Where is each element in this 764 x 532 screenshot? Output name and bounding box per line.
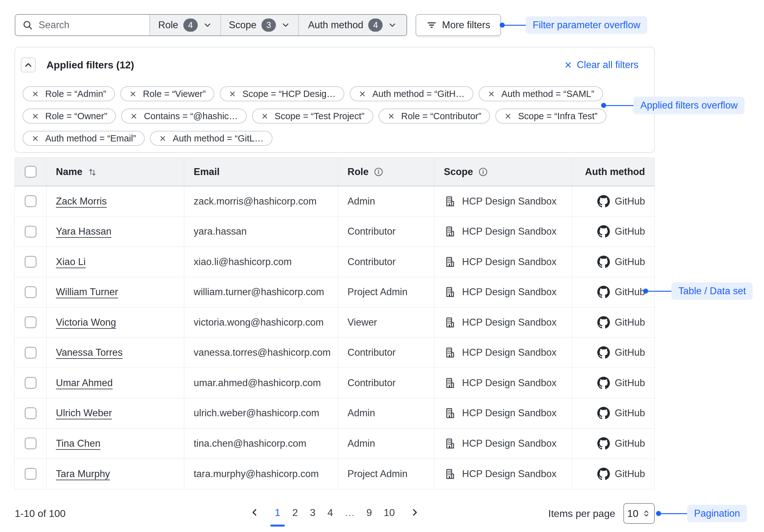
page-number-button[interactable]: 1	[272, 507, 284, 518]
callout-filter-parameter-overflow: Filter parameter overflow	[500, 16, 647, 34]
remove-filter-icon[interactable]	[487, 90, 495, 98]
remove-filter-icon[interactable]	[387, 112, 395, 120]
user-auth-method: GitHub	[615, 256, 645, 268]
previous-page-button[interactable]	[246, 507, 263, 518]
filter-dropdown-scope-label: Scope	[229, 19, 257, 31]
filter-chip[interactable]: Contains = “@hashic…	[121, 108, 246, 124]
row-checkbox[interactable]	[25, 317, 36, 328]
row-checkbox[interactable]	[25, 196, 36, 207]
user-role: Admin	[347, 196, 375, 207]
user-name-link[interactable]: Yara Hassan	[56, 226, 111, 237]
remove-filter-icon[interactable]	[358, 90, 366, 98]
filter-dropdown-auth-method[interactable]: Auth method 4	[298, 15, 407, 36]
search-input[interactable]	[39, 19, 142, 31]
callout-dot	[601, 103, 606, 108]
user-role: Project Admin	[347, 286, 407, 298]
row-checkbox[interactable]	[25, 407, 36, 419]
auth-method-cell: GitHub	[572, 186, 655, 216]
remove-filter-icon[interactable]	[504, 112, 512, 120]
remove-filter-icon[interactable]	[31, 112, 39, 120]
remove-filter-icon[interactable]	[129, 90, 137, 98]
role-cell: Admin	[338, 398, 435, 429]
applied-filters-panel: Applied filters (12) Clear all filters R…	[14, 47, 655, 153]
remove-filter-icon[interactable]	[261, 112, 269, 120]
next-page-button[interactable]	[406, 507, 423, 518]
filter-chip[interactable]: Scope = “Test Project”	[252, 108, 373, 124]
user-role: Viewer	[347, 317, 377, 328]
user-name-link[interactable]: Umar Ahmed	[56, 377, 113, 389]
row-checkbox[interactable]	[25, 377, 36, 389]
page-number-button[interactable]: 2	[289, 507, 301, 518]
callout-label: Pagination	[687, 505, 747, 522]
filter-chip[interactable]: Auth method = “Email”	[23, 131, 145, 146]
email-cell: ulrich.weber@hashicorp.com	[184, 398, 338, 429]
more-filters-button[interactable]: More filters	[416, 14, 501, 36]
scope-cell: HCP Design Sandbox	[435, 247, 572, 277]
row-select-cell	[15, 398, 47, 429]
user-auth-method: GitHub	[615, 317, 645, 328]
user-name-link[interactable]: Tina Chen	[56, 438, 100, 449]
page-list: 1 2 3 4 … 9 10	[241, 507, 429, 518]
filter-chip[interactable]: Role = “Contributor”	[379, 108, 490, 124]
row-select-cell	[15, 308, 47, 337]
filter-chip[interactable]: Role = “Viewer”	[120, 86, 214, 101]
members-filter-page: Role 4 Scope 3 Auth method 4 More filter…	[0, 0, 764, 532]
user-name-link[interactable]: Ulrich Weber	[56, 407, 112, 419]
items-per-page-select[interactable]: 10	[623, 503, 655, 524]
page-number-button[interactable]: 4	[324, 507, 336, 518]
remove-filter-icon[interactable]	[159, 135, 167, 142]
remove-filter-icon[interactable]	[130, 112, 138, 120]
filter-chip[interactable]: Scope = “Infra Test”	[495, 108, 606, 124]
filter-chip[interactable]: Auth method = “GitH…	[350, 86, 474, 101]
row-checkbox[interactable]	[25, 256, 36, 268]
filter-dropdown-role[interactable]: Role 4	[149, 15, 220, 36]
row-checkbox[interactable]	[25, 468, 36, 479]
page-number-button[interactable]: 9	[363, 507, 375, 518]
clear-all-filters-button[interactable]: Clear all filters	[564, 59, 639, 70]
role-cell: Admin	[338, 186, 435, 216]
page-number-button[interactable]: 10	[381, 507, 398, 518]
remove-filter-icon[interactable]	[31, 135, 39, 142]
name-cell: Umar Ahmed	[47, 368, 184, 398]
scope-cell: HCP Design Sandbox	[435, 308, 572, 337]
row-checkbox[interactable]	[25, 286, 36, 298]
role-cell: Project Admin	[338, 277, 435, 308]
collapse-applied-filters-button[interactable]	[21, 58, 36, 72]
scope-cell: HCP Design Sandbox	[435, 429, 572, 459]
filter-dropdown-scope[interactable]: Scope 3	[220, 15, 298, 36]
table-row: William Turner william.turner@hashicorp.…	[15, 277, 655, 308]
filter-chip[interactable]: Role = “Admin”	[23, 86, 115, 101]
column-header-name-label: Name	[56, 166, 82, 178]
user-name-link[interactable]: Vanessa Torres	[56, 347, 123, 358]
column-header-name[interactable]: Name	[47, 158, 184, 186]
filter-chip[interactable]: Role = “Owner”	[23, 108, 116, 124]
user-name-link[interactable]: Xiao Li	[56, 256, 86, 268]
page-number-button[interactable]: 3	[307, 507, 318, 518]
info-icon[interactable]	[478, 167, 488, 177]
info-icon[interactable]	[374, 167, 384, 177]
name-cell: Tina Chen	[47, 429, 184, 459]
column-header-auth-method: Auth method	[572, 158, 655, 186]
table-body: Zack Morris zack.morris@hashicorp.com Ad…	[15, 186, 655, 489]
email-cell: william.turner@hashicorp.com	[184, 277, 338, 308]
search-box	[15, 15, 149, 36]
filter-chip[interactable]: Scope = “HCP Desig…	[220, 86, 344, 101]
user-role: Admin	[347, 407, 375, 419]
row-checkbox[interactable]	[25, 438, 36, 449]
user-name-link[interactable]: Zack Morris	[56, 196, 107, 207]
row-checkbox[interactable]	[25, 347, 36, 358]
row-checkbox[interactable]	[25, 226, 36, 237]
role-filter-count-badge: 4	[183, 19, 198, 32]
results-range-label: 1-10 of 100	[15, 508, 66, 519]
remove-filter-icon[interactable]	[229, 90, 236, 98]
user-name-link[interactable]: William Turner	[56, 286, 118, 298]
select-all-checkbox[interactable]	[25, 166, 36, 178]
user-name-link[interactable]: Tara Murphy	[56, 468, 110, 479]
row-select-cell	[15, 186, 47, 216]
remove-filter-icon[interactable]	[31, 90, 39, 98]
name-cell: Yara Hassan	[47, 217, 184, 247]
filter-chip[interactable]: Auth method = “GitL…	[150, 131, 272, 146]
filter-chip[interactable]: Auth method = “SAML”	[479, 86, 603, 101]
callout-dot	[643, 289, 648, 294]
user-name-link[interactable]: Victoria Wong	[56, 317, 116, 328]
